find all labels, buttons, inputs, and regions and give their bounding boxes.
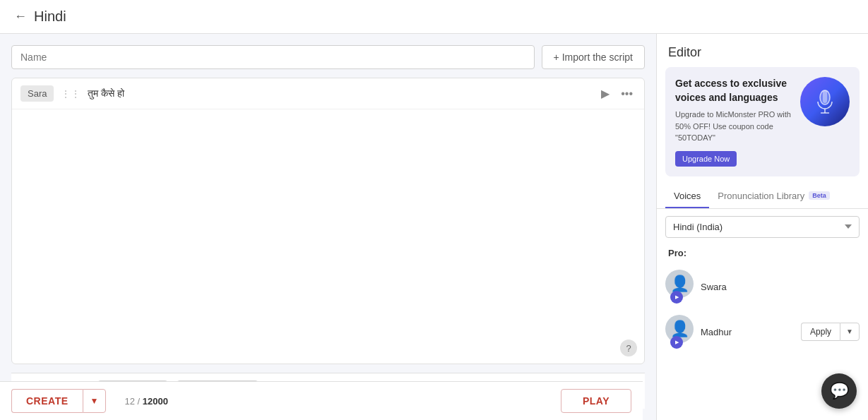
voice-play-button-swara[interactable] — [670, 291, 683, 304]
pro-label: Pro: — [657, 245, 868, 264]
editor-title: Editor — [657, 34, 868, 67]
apply-button-group: Apply ▼ — [801, 323, 860, 341]
import-button[interactable]: + Import the script — [542, 45, 645, 69]
block-more-button[interactable]: ••• — [618, 86, 636, 102]
promo-heading: Get access to exclusive voices and langu… — [675, 77, 793, 104]
promo-image — [800, 77, 850, 126]
main-layout: + Import the script Sara ⋮⋮ ▶ ••• ? + Ad… — [0, 34, 868, 420]
svg-rect-1 — [823, 90, 827, 103]
name-row: + Import the script — [11, 45, 645, 69]
header: ← Hindi — [0, 0, 868, 34]
tab-pronunciation-library[interactable]: Pronunciation Library Beta — [709, 185, 838, 208]
apply-dropdown-button[interactable]: ▼ — [840, 323, 860, 341]
tab-voices[interactable]: Voices — [665, 185, 709, 208]
voice-info-swara: Swara — [701, 281, 860, 292]
page-title: Hindi — [34, 8, 66, 25]
play-button[interactable]: PLAY — [561, 389, 631, 413]
voice-name-madhur: Madhur — [701, 327, 732, 337]
voice-play-button-madhur[interactable] — [670, 336, 683, 349]
create-button-group: CREATE ▼ — [11, 389, 106, 413]
promo-card: Get access to exclusive voices and langu… — [665, 67, 860, 176]
create-dropdown-button[interactable]: ▼ — [83, 389, 107, 413]
drag-handle-icon[interactable]: ⋮⋮ — [59, 88, 82, 100]
upgrade-button[interactable]: Upgrade Now — [675, 151, 737, 167]
chat-fab[interactable]: 💬 — [821, 373, 857, 409]
promo-body: Upgrade to MicMonster PRO with 50% OFF! … — [675, 109, 793, 144]
beta-badge: Beta — [809, 191, 830, 200]
language-select-wrapper: Hindi (India) Hindi (India) - Female Hin… — [657, 209, 868, 245]
voice-avatar-wrap-swara: 👤 — [665, 270, 694, 304]
voice-name-swara: Swara — [701, 282, 727, 292]
script-area: Sara ⋮⋮ ▶ ••• ? — [11, 78, 645, 364]
voice-item-madhur: 👤 Madhur Apply ▼ — [657, 309, 868, 354]
voice-item-swara: 👤 Swara — [657, 264, 868, 309]
footer-bar: CREATE ▼ 12 / 12000 PLAY — [0, 381, 643, 420]
speaker-badge[interactable]: Sara — [20, 85, 54, 102]
editor-panel: Editor Get access to exclusive voices an… — [656, 34, 868, 420]
voice-avatar-wrap-madhur: 👤 — [665, 315, 694, 349]
script-block-row: Sara ⋮⋮ ▶ ••• — [12, 78, 644, 109]
char-count: 12 / 12000 — [124, 396, 167, 407]
back-button[interactable]: ← — [14, 9, 27, 24]
microphone-icon — [811, 88, 839, 116]
create-button[interactable]: CREATE — [11, 389, 83, 413]
editor-tabs: Voices Pronunciation Library Beta — [657, 185, 868, 209]
name-input[interactable] — [11, 45, 535, 69]
voice-info-madhur: Madhur — [701, 326, 794, 337]
block-play-button[interactable]: ▶ — [598, 85, 612, 102]
language-select[interactable]: Hindi (India) Hindi (India) - Female Hin… — [665, 216, 860, 238]
chat-icon: 💬 — [830, 382, 849, 400]
left-panel: + Import the script Sara ⋮⋮ ▶ ••• ? + Ad… — [0, 34, 656, 420]
promo-text: Get access to exclusive voices and langu… — [675, 77, 793, 167]
apply-button[interactable]: Apply — [801, 323, 840, 341]
block-text-input[interactable] — [88, 88, 593, 100]
help-icon[interactable]: ? — [620, 340, 637, 356]
